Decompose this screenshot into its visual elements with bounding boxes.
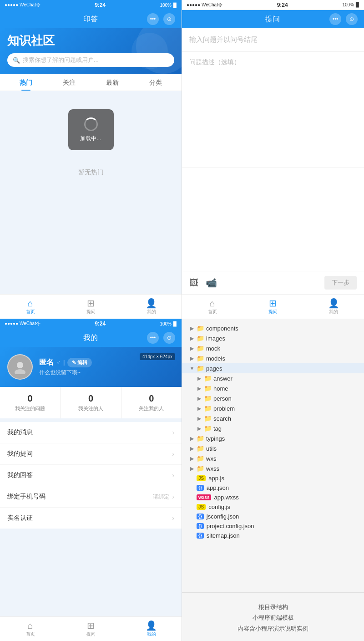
bottom-nav-right-ask-btn[interactable]: ⊞ 提问: [243, 295, 303, 319]
stat-following[interactable]: 0 我关注的人: [61, 387, 121, 418]
bottom-nav-my-my-btn[interactable]: 👤 我的: [121, 617, 182, 641]
tab-latest[interactable]: 最新: [91, 74, 134, 91]
search-bar[interactable]: 🔍 搜索你想了解的问题或用户...: [7, 53, 174, 67]
tree-item-images[interactable]: ▶ 📁 images: [182, 333, 364, 343]
camera-icon-right[interactable]: ⊙: [346, 13, 358, 25]
bottom-nav-my-my-label: 我的: [147, 631, 156, 637]
tree-item-tag[interactable]: ▶ 📁 tag: [182, 423, 364, 433]
menu-item-answers[interactable]: 我的回答 ›: [0, 465, 182, 486]
tree-item-pages[interactable]: ▼ 📁 pages: [182, 363, 364, 373]
status-bar-my: ●●●●● WeChat令 9:24 100% ▉: [0, 319, 182, 329]
tree-item-app-js[interactable]: JS app.js: [182, 473, 364, 483]
tree-item-typings[interactable]: ▶ 📁 typings: [182, 433, 364, 443]
tree-item-app-json[interactable]: {} app.json: [182, 483, 364, 493]
battery-icon-left: ▉: [173, 3, 177, 8]
tree-item-jsconfig-json[interactable]: {} jsconfig.json: [182, 512, 364, 521]
menu-item-messages[interactable]: 我的消息 ›: [0, 422, 182, 443]
more-icon-right[interactable]: •••: [329, 13, 341, 25]
stat-following-number: 0: [62, 393, 119, 404]
nav-bar-my: 我的 ••• ⊙: [0, 329, 182, 347]
loading-text: 加载中...: [80, 135, 101, 142]
expand-icon-utils: ▶: [189, 446, 195, 452]
more-icon-my[interactable]: •••: [147, 332, 159, 344]
phone-my: ●●●●● WeChat令 9:24 100% ▉ 我的 ••• ⊙ 414px…: [0, 319, 182, 641]
tree-item-utils[interactable]: ▶ 📁 utils: [182, 443, 364, 453]
question-title-input[interactable]: 输入问题并以问号结尾: [182, 28, 364, 52]
folder-icon-wxss: 📁: [197, 465, 204, 472]
tree-item-app-wxss[interactable]: wxss app.wxss: [182, 493, 364, 502]
expand-icon-home: ▶: [197, 386, 202, 392]
expand-icon-person: ▶: [197, 396, 202, 402]
camera-icon-my[interactable]: ⊙: [163, 332, 175, 344]
bottom-nav-right-home-btn[interactable]: ⌂ 首页: [182, 295, 243, 319]
tree-item-home[interactable]: ▶ 📁 home: [182, 383, 364, 393]
phone-bind-hint: 请绑定: [153, 493, 169, 501]
arrow-icon-answers: ›: [172, 472, 174, 479]
tree-item-sitemap-json[interactable]: {} sitemap.json: [182, 531, 364, 540]
next-button[interactable]: 下一步: [324, 276, 357, 290]
bottom-nav-my-ask-btn[interactable]: ⊞ 提问: [61, 617, 121, 641]
home-icon-my: ⌂: [27, 621, 33, 630]
stat-followers[interactable]: 0 关注我的人: [121, 387, 182, 418]
edit-profile-button[interactable]: ✎ 编辑: [67, 358, 92, 367]
profile-info: 匿名 ♂ | ✎ 编辑 什么也没留下哦~: [39, 358, 174, 376]
bottom-nav-home-btn[interactable]: ⌂ 首页: [0, 295, 61, 319]
badge-json-projectconfig: {}: [197, 523, 204, 529]
tree-item-wxss[interactable]: ▶ 📁 wxss: [182, 463, 364, 473]
folder-icon-mock: 📁: [197, 345, 204, 352]
video-tool-icon[interactable]: 📹: [206, 277, 217, 288]
svg-point-0: [17, 362, 23, 368]
tree-item-project-config[interactable]: {} project.config.json: [182, 521, 364, 531]
menu-item-phone[interactable]: 绑定手机号码 请绑定 ›: [0, 486, 182, 508]
tab-follow[interactable]: 关注: [48, 74, 91, 91]
tabs-row: 热门 关注 最新 分类: [0, 74, 182, 91]
battery-my: 100% ▉: [160, 321, 177, 326]
tree-item-mock[interactable]: ▶ 📁 mock: [182, 343, 364, 353]
more-icon-left[interactable]: •••: [147, 13, 159, 25]
profile-header: 414px × 624px 匿名 ♂ | ✎ 编辑 什么也没留下哦~: [0, 347, 182, 387]
stat-following-label: 我关注的人: [62, 405, 119, 412]
right-bottom-panel: ▶ 📁 components ▶ 📁 images ▶ 📁 mock ▶ 📁 m…: [182, 319, 364, 641]
stat-followers-label: 关注我的人: [123, 405, 180, 412]
image-tool-icon[interactable]: 🖼: [189, 278, 198, 288]
tab-hot[interactable]: 热门: [5, 74, 48, 91]
tree-item-search[interactable]: ▶ 📁 search: [182, 413, 364, 423]
time-my: 9:24: [95, 320, 106, 327]
stat-questions[interactable]: 0 我关注的问题: [0, 387, 61, 418]
question-form: 输入问题并以问号结尾 问题描述（选填） 🖼 📹 下一步: [182, 28, 364, 294]
tree-item-components[interactable]: ▶ 📁 components: [182, 323, 364, 333]
menu-item-questions[interactable]: 我的提问 ›: [0, 443, 182, 465]
folder-icon-home: 📁: [204, 385, 212, 392]
expand-icon-pages: ▼: [189, 366, 195, 371]
bottom-nav-right-my-btn[interactable]: 👤 我的: [303, 295, 364, 319]
bottom-nav-my-btn[interactable]: 👤 我的: [121, 295, 182, 319]
tab-category[interactable]: 分类: [134, 74, 177, 91]
tree-item-config-js[interactable]: JS config.js: [182, 502, 364, 512]
bottom-nav-ask-btn[interactable]: ⊞ 提问: [61, 295, 121, 319]
phone-home: ●●●●● WeChat令 9:24 100% ▉ 印答 ••• ⊙ 知识社区 …: [0, 0, 182, 319]
tree-item-models[interactable]: ▶ 📁 models: [182, 353, 364, 363]
time-right: 9:24: [277, 2, 288, 8]
nav-title-my: 我的: [83, 333, 98, 343]
stat-followers-number: 0: [123, 393, 180, 404]
question-desc-input[interactable]: 问题描述（选填）: [182, 52, 364, 168]
time-left: 9:24: [95, 2, 106, 8]
expand-icon-wxss: ▶: [189, 466, 195, 472]
arrow-icon-phone: ›: [172, 493, 174, 500]
bottom-nav-ask-label: 提问: [86, 309, 96, 315]
menu-label-answers: 我的回答: [7, 471, 33, 479]
menu-item-realname[interactable]: 实名认证 ›: [0, 508, 182, 529]
folder-icon-wxs: 📁: [197, 455, 204, 462]
tree-item-answer[interactable]: ▶ 📁 answer: [182, 373, 364, 383]
camera-icon-left[interactable]: ⊙: [163, 13, 175, 25]
expand-icon-answer: ▶: [197, 376, 202, 382]
tree-item-person[interactable]: ▶ 📁 person: [182, 393, 364, 403]
tree-item-problem[interactable]: ▶ 📁 problem: [182, 403, 364, 413]
nav-icons-my: ••• ⊙: [147, 332, 175, 344]
tree-item-wxs[interactable]: ▶ 📁 wxs: [182, 453, 364, 463]
bottom-nav-my-home-btn[interactable]: ⌂ 首页: [0, 617, 61, 641]
menu-label-realname: 实名认证: [7, 514, 33, 522]
folder-icon-search: 📁: [204, 415, 212, 422]
bottom-nav-right-my-label: 我的: [329, 309, 338, 315]
no-content-text: 暂无热门: [78, 168, 104, 177]
